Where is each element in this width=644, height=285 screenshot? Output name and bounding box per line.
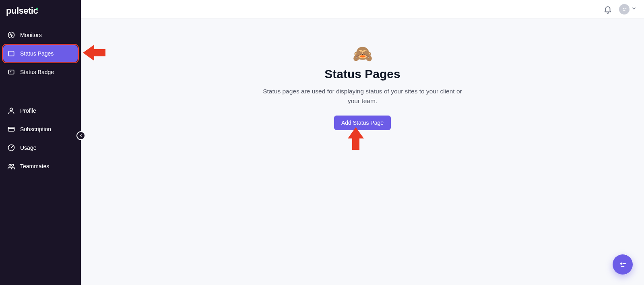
brand-dot: [36, 8, 38, 10]
users-icon: [7, 162, 15, 170]
main: 🙈 Status Pages Status pages are used for…: [81, 0, 644, 285]
card-icon: [7, 125, 15, 133]
sidebar-item-label: Status Pages: [20, 50, 54, 57]
sidebar-item-status-pages[interactable]: Status Pages: [3, 45, 78, 62]
svg-point-7: [12, 164, 14, 166]
brand-name: pulsetic: [6, 6, 38, 16]
svg-rect-1: [8, 51, 14, 56]
sidebar-item-label: Usage: [20, 145, 36, 151]
sidebar-item-profile[interactable]: Profile: [3, 102, 78, 119]
add-status-page-button[interactable]: Add Status Page: [334, 116, 391, 130]
badge-icon: [7, 68, 15, 76]
sidebar-item-label: Monitors: [20, 32, 42, 38]
nav-group-primary: Monitors Status Pages Status Badge: [0, 23, 81, 85]
sidebar-item-label: Profile: [20, 107, 36, 114]
sidebar: pulsetic Monitors Status Pages Status Ba…: [0, 0, 81, 285]
svg-point-6: [9, 164, 11, 166]
page-description: Status pages are used for displaying sta…: [258, 87, 467, 106]
sidebar-item-label: Status Badge: [20, 69, 54, 75]
empty-state: 🙈 Status Pages Status pages are used for…: [81, 19, 644, 285]
user-menu-button[interactable]: [619, 4, 637, 14]
sidebar-item-label: Subscription: [20, 126, 51, 132]
svg-point-3: [10, 108, 13, 111]
avatar: [619, 4, 630, 14]
user-icon: [7, 107, 15, 115]
pulse-icon: [7, 31, 15, 39]
bell-icon: [603, 5, 612, 14]
svg-rect-4: [8, 127, 14, 131]
svg-point-8: [623, 8, 624, 9]
sidebar-item-subscription[interactable]: Subscription: [3, 121, 78, 138]
sidebar-item-usage[interactable]: Usage: [3, 139, 78, 156]
gauge-icon: [7, 144, 15, 152]
sidebar-item-label: Teammates: [20, 163, 49, 169]
brand-logo[interactable]: pulsetic: [0, 0, 81, 23]
monkey-emoji-icon: 🙈: [353, 45, 373, 62]
svg-point-9: [621, 263, 622, 264]
chat-face-icon: [617, 259, 628, 270]
nav-group-secondary: Profile Subscription Usage Teammates: [0, 99, 81, 180]
sidebar-item-status-badge[interactable]: Status Badge: [3, 64, 78, 81]
topbar: [81, 0, 644, 19]
page-title: Status Pages: [324, 67, 400, 81]
sidebar-item-monitors[interactable]: Monitors: [3, 27, 78, 43]
chevron-down-icon: [631, 6, 637, 13]
svg-rect-2: [8, 70, 14, 74]
chat-widget-button[interactable]: [613, 254, 633, 275]
page-icon: [7, 50, 15, 58]
sidebar-item-teammates[interactable]: Teammates: [3, 158, 78, 175]
avatar-face-icon: [621, 6, 627, 12]
notifications-button[interactable]: [602, 4, 613, 15]
